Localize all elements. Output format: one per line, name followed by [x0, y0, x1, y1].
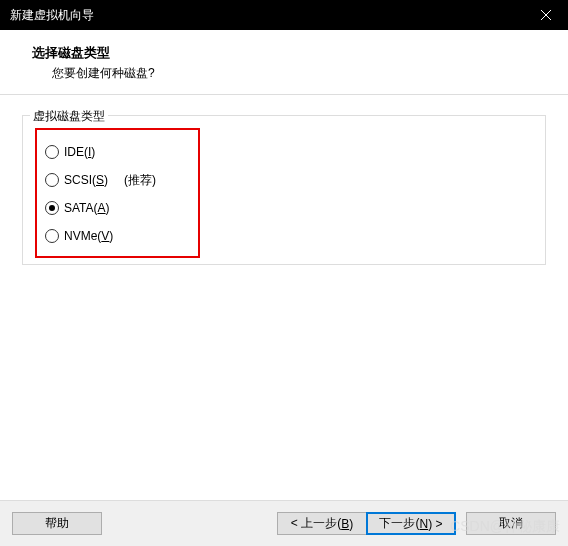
next-button[interactable]: 下一步(N) >	[366, 512, 456, 535]
radio-label: SCSI(S)	[64, 173, 108, 187]
radio-label: NVMe(V)	[64, 229, 113, 243]
wizard-footer: 帮助 < 上一步(B) 下一步(N) > 取消	[0, 500, 568, 546]
radio-icon	[45, 173, 59, 187]
radio-label: IDE(I)	[64, 145, 95, 159]
recommended-hint: (推荐)	[124, 172, 156, 189]
fieldset-legend: 虚拟磁盘类型	[30, 108, 108, 125]
radio-icon	[45, 229, 59, 243]
cancel-button[interactable]: 取消	[466, 512, 556, 535]
radio-option-ide[interactable]: IDE(I)	[45, 138, 188, 166]
back-button[interactable]: < 上一步(B)	[277, 512, 367, 535]
radio-icon	[45, 201, 59, 215]
page-subtitle: 您要创建何种磁盘?	[52, 65, 568, 82]
radio-icon	[45, 145, 59, 159]
close-button[interactable]	[523, 0, 568, 30]
radio-option-scsi[interactable]: SCSI(S) (推荐)	[45, 166, 188, 194]
radio-option-nvme[interactable]: NVMe(V)	[45, 222, 188, 250]
disk-type-fieldset: 虚拟磁盘类型 IDE(I) SCSI(S) (推荐) SATA(A) NVMe(…	[22, 115, 546, 265]
radio-label: SATA(A)	[64, 201, 110, 215]
nav-button-group: < 上一步(B) 下一步(N) >	[277, 512, 456, 535]
help-button[interactable]: 帮助	[12, 512, 102, 535]
highlight-box: IDE(I) SCSI(S) (推荐) SATA(A) NVMe(V)	[35, 128, 200, 258]
radio-option-sata[interactable]: SATA(A)	[45, 194, 188, 222]
titlebar: 新建虚拟机向导	[0, 0, 568, 30]
wizard-header: 选择磁盘类型 您要创建何种磁盘?	[0, 30, 568, 95]
close-icon	[541, 10, 551, 20]
content-area: 虚拟磁盘类型 IDE(I) SCSI(S) (推荐) SATA(A) NVMe(…	[0, 95, 568, 275]
window-title: 新建虚拟机向导	[10, 7, 94, 24]
page-title: 选择磁盘类型	[32, 44, 568, 62]
